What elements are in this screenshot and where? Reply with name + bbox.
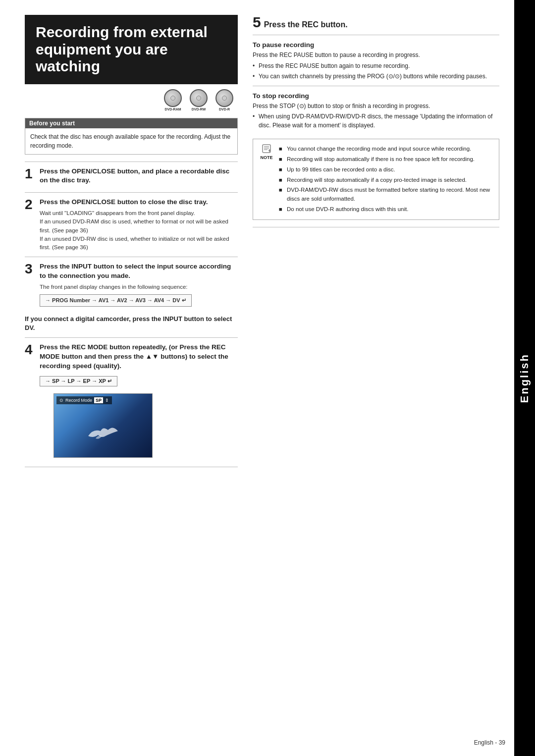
bullet-dot-2: • <box>253 72 257 81</box>
note-item-1: ■ You cannot change the recording mode a… <box>279 145 493 154</box>
note-pencil-icon <box>261 143 272 154</box>
step-4-content: Press the REC MODE button repeatedly, (o… <box>40 343 238 462</box>
step-5-number: 5 <box>253 15 261 30</box>
step-4-title: Press the REC MODE button repeatedly, (o… <box>40 343 238 371</box>
note-item-1-text: You cannot change the recording mode and… <box>287 145 471 154</box>
stop-bullet-1-text: When using DVD-RAM/DVD-RW/DVD-R discs, t… <box>259 112 499 130</box>
step-3-body: The front panel display changes in the f… <box>40 283 238 310</box>
camcorder-note: If you connect a digital camcorder, pres… <box>25 315 238 332</box>
disc-icon-dvd-ram: DVD-RAM <box>162 89 184 111</box>
step-3-content: Press the INPUT button to select the inp… <box>40 262 238 310</box>
divider-1 <box>25 162 238 162</box>
main-content: Recording from external equipment you ar… <box>0 0 514 756</box>
step-1-title: Press the OPEN/CLOSE button, and place a… <box>40 167 238 186</box>
note-item-6: ■ Do not use DVD-R authoring discs with … <box>279 205 493 214</box>
note-icon-col: NOTE <box>259 143 274 216</box>
step-1: 1 Press the OPEN/CLOSE button, and place… <box>25 167 238 188</box>
before-start-box: Before you start Check that the disc has… <box>25 118 238 155</box>
note-item-3-text: Up to 99 titles can be recorded onto a d… <box>287 165 395 174</box>
left-column: Recording from external equipment you ar… <box>25 15 238 472</box>
bullet-dot-1: • <box>253 61 257 70</box>
stop-body-text: Press the STOP (⊙) button to stop or fin… <box>253 102 499 111</box>
divider-right-1 <box>253 35 499 35</box>
pause-bullet-1: • Press the REC PAUSE button again to re… <box>253 61 499 70</box>
stop-heading: To stop recording <box>253 92 499 100</box>
note-item-4-text: Recording will stop automatically if a c… <box>287 176 467 185</box>
note-item-3: ■ Up to 99 titles can be recorded onto a… <box>279 165 493 174</box>
record-mode-bar: ⊙ Record Mode SP ⇕ <box>56 396 112 404</box>
page-container: English Recording from external equipmen… <box>0 0 535 756</box>
title-box: Recording from external equipment you ar… <box>25 15 238 84</box>
note-item-5-text: DVD-RAM/DVD-RW discs must be formatted b… <box>287 186 493 204</box>
english-tab-label: English <box>518 353 531 403</box>
stop-bullet-dot-1: • <box>253 112 257 130</box>
step-1-content: Press the OPEN/CLOSE button, and place a… <box>40 167 238 188</box>
divider-2 <box>25 192 238 193</box>
record-mode-arrows: ⇕ <box>105 398 109 403</box>
step-5-header: 5 Press the REC button. <box>253 15 499 30</box>
divider-4 <box>25 337 238 338</box>
step-2-content: Press the OPEN/CLOSE button to close the… <box>40 198 238 252</box>
step-3: 3 Press the INPUT button to select the i… <box>25 262 238 310</box>
step-1-number: 1 <box>25 167 36 188</box>
note-bullet-6: ■ <box>279 205 284 214</box>
divider-3 <box>25 257 238 257</box>
step-4: 4 Press the REC MODE button repeatedly, … <box>25 343 238 462</box>
note-item-5: ■ DVD-RAM/DVD-RW discs must be formatted… <box>279 186 493 204</box>
record-mode-icon: ⊙ <box>59 398 63 403</box>
divider-right-2 <box>253 86 499 86</box>
stop-bullet-1: • When using DVD-RAM/DVD-RW/DVD-R discs,… <box>253 112 499 130</box>
divider-5 <box>25 467 238 467</box>
step-3-title: Press the INPUT button to select the inp… <box>40 262 238 281</box>
note-item-6-text: Do not use DVD-R authoring discs with th… <box>287 205 408 214</box>
step-2-body: Wait until "LOADING" disappears from the… <box>40 209 238 252</box>
step-5-title: Press the REC button. <box>264 20 348 29</box>
divider-right-3 <box>253 227 499 227</box>
step-3-sequence: → PROG Number → AV1 → AV2 → AV3 → AV4 → … <box>40 294 192 307</box>
pause-bullet-2-text: You can switch channels by pressing the … <box>259 72 487 81</box>
disc-icons-row: DVD-RAM DVD-RW DVD-R <box>25 89 238 111</box>
step-4-sequence: → SP → LP → EP → XP ↵ <box>40 376 117 386</box>
step-3-number: 3 <box>25 262 36 310</box>
note-box: NOTE ■ You cannot change the recording m… <box>253 139 499 220</box>
note-bullet-2: ■ <box>279 155 284 164</box>
english-tab: English <box>514 0 535 756</box>
two-col-layout: Recording from external equipment you ar… <box>25 15 499 472</box>
step-2: 2 Press the OPEN/CLOSE button to close t… <box>25 198 238 252</box>
note-content: ■ You cannot change the recording mode a… <box>279 143 493 216</box>
pause-body-text: Press the REC PAUSE button to pause a re… <box>253 51 499 60</box>
note-bullet-1: ■ <box>279 145 284 154</box>
dvd-ram-circle <box>164 89 182 107</box>
pause-body: Press the REC PAUSE button to pause a re… <box>253 51 499 81</box>
bird-svg <box>83 421 123 446</box>
dvd-rw-circle <box>190 89 208 107</box>
page-title: Recording from external equipment you ar… <box>36 24 227 75</box>
record-mode-sp: SP <box>94 397 103 403</box>
note-bullet-3: ■ <box>279 165 284 174</box>
before-start-header: Before you start <box>25 118 237 128</box>
disc-icon-dvd-rw: DVD-RW <box>188 89 210 111</box>
disc-icon-dvd-r: DVD-R <box>214 89 235 111</box>
note-bullet-5: ■ <box>279 186 284 204</box>
pause-heading: To pause recording <box>253 41 499 49</box>
pause-bullet-2: • You can switch channels by pressing th… <box>253 72 499 81</box>
note-item-2: ■ Recording will stop automatically if t… <box>279 155 493 164</box>
note-item-2-text: Recording will stop automatically if the… <box>287 155 475 164</box>
step-2-number: 2 <box>25 198 36 252</box>
dvd-r-circle <box>215 89 233 107</box>
right-column: 5 Press the REC button. To pause recordi… <box>253 15 499 472</box>
note-item-4: ■ Recording will stop automatically if a… <box>279 176 493 185</box>
note-label: NOTE <box>260 155 272 160</box>
page-footer: English - 39 <box>474 739 505 746</box>
page-number: English - 39 <box>474 739 505 746</box>
pause-bullet-1-text: Press the REC PAUSE button again to resu… <box>259 61 410 70</box>
stop-body: Press the STOP (⊙) button to stop or fin… <box>253 102 499 130</box>
step-2-title: Press the OPEN/CLOSE button to close the… <box>40 198 238 207</box>
before-start-body: Check that the disc has enough available… <box>25 128 237 154</box>
note-bullet-4: ■ <box>279 176 284 185</box>
step-2-line-1: Wait until "LOADING" disappears from the… <box>40 209 238 217</box>
step-2-line-3: If an unused DVD-RW disc is used, whethe… <box>40 235 238 252</box>
step-4-number: 4 <box>25 343 36 462</box>
bird-shape <box>83 421 123 447</box>
step-2-line-2: If an unused DVD-RAM disc is used, wheth… <box>40 217 238 235</box>
